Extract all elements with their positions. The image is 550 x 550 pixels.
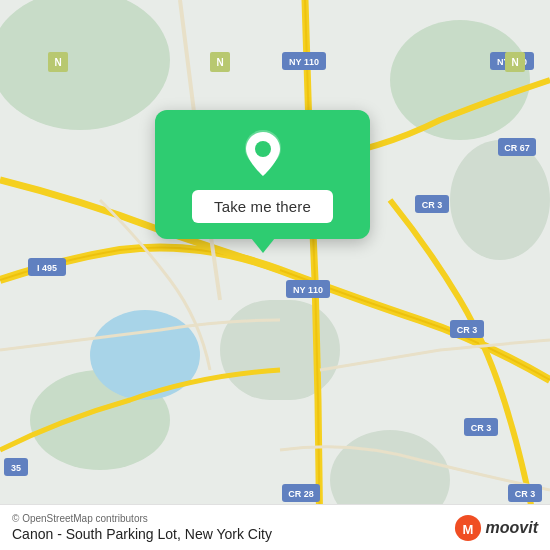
- svg-text:35: 35: [11, 463, 21, 473]
- bottom-left: © OpenStreetMap contributors Canon - Sou…: [12, 513, 272, 542]
- svg-text:M: M: [462, 521, 473, 536]
- svg-point-2: [390, 20, 530, 140]
- moovit-logo: M moovit: [454, 514, 538, 542]
- svg-text:I 495: I 495: [37, 263, 57, 273]
- svg-point-37: [255, 141, 271, 157]
- svg-text:NY 110: NY 110: [289, 57, 319, 67]
- svg-text:N: N: [511, 57, 518, 68]
- moovit-brand-text: moovit: [486, 519, 538, 537]
- location-icon-wrapper: [237, 128, 289, 180]
- svg-text:CR 3: CR 3: [515, 489, 536, 499]
- svg-text:CR 28: CR 28: [288, 489, 314, 499]
- popup-card: Take me there: [155, 110, 370, 239]
- svg-text:N: N: [54, 57, 61, 68]
- svg-text:CR 3: CR 3: [457, 325, 478, 335]
- map-container: I 495 NY 110 NY 110 CR 3 CR 3 CR 67 NY 1…: [0, 0, 550, 550]
- svg-text:CR 67: CR 67: [504, 143, 530, 153]
- svg-text:NY 110: NY 110: [293, 285, 323, 295]
- location-name: Canon - South Parking Lot, New York City: [12, 526, 272, 542]
- svg-point-3: [450, 140, 550, 260]
- bottom-bar: © OpenStreetMap contributors Canon - Sou…: [0, 504, 550, 550]
- take-me-there-button[interactable]: Take me there: [192, 190, 333, 223]
- svg-text:CR 3: CR 3: [471, 423, 492, 433]
- svg-text:N: N: [216, 57, 223, 68]
- location-pin-icon: [239, 128, 287, 180]
- svg-rect-5: [220, 300, 340, 400]
- map-svg: I 495 NY 110 NY 110 CR 3 CR 3 CR 67 NY 1…: [0, 0, 550, 550]
- moovit-brand-icon: M: [454, 514, 482, 542]
- osm-attribution: © OpenStreetMap contributors: [12, 513, 272, 524]
- svg-text:CR 3: CR 3: [422, 200, 443, 210]
